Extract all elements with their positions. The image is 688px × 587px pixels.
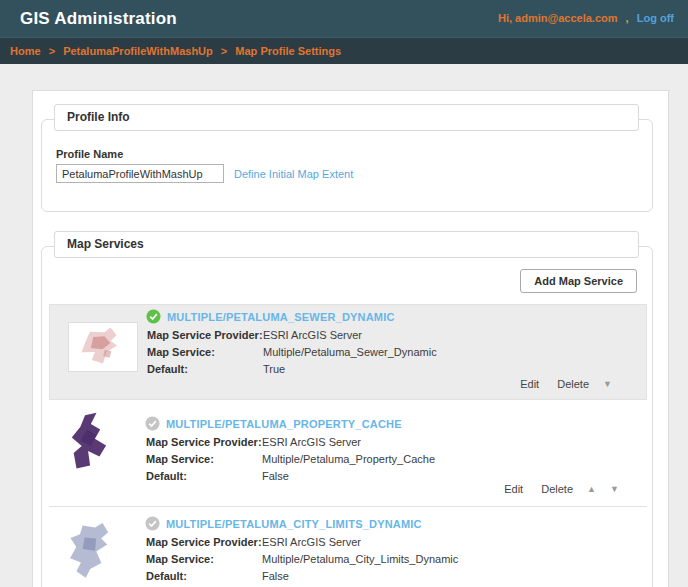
default-label: Default: (146, 468, 262, 485)
main-panel: Profile Info Profile Name Define Initial… (32, 90, 669, 587)
define-map-extent-link[interactable]: Define Initial Map Extent (234, 168, 353, 180)
map-service-details: Map Service Provider:ESRI ArcGIS Server … (147, 327, 437, 378)
map-service-row: MULTIPLE/PETALUMA_PROPERTY_CACHE Map Ser… (49, 401, 647, 507)
row-actions: Edit Delete ▲ ▼ (489, 483, 619, 495)
row-actions: Edit Delete ▼ (505, 378, 612, 390)
breadcrumb-home[interactable]: Home (10, 45, 41, 57)
default-value: False (262, 470, 289, 482)
service-value: Multiple/Petaluma_Property_Cache (262, 453, 435, 465)
header-user-area: Hi, admin@accela.com , Log off (498, 0, 674, 37)
default-value: False (262, 570, 289, 582)
user-greeting: Hi, admin@accela.com (498, 12, 618, 24)
delete-link[interactable]: Delete (557, 378, 589, 390)
breadcrumb-current: Map Profile Settings (235, 45, 341, 57)
move-up-icon[interactable]: ▲ (587, 484, 596, 494)
profile-name-input[interactable] (56, 164, 224, 183)
move-down-icon[interactable]: ▼ (603, 379, 612, 389)
map-service-details: Map Service Provider:ESRI ArcGIS Server … (146, 434, 435, 485)
provider-label: Map Service Provider: (146, 434, 262, 451)
profile-name-label: Profile Name (56, 148, 123, 160)
edit-link[interactable]: Edit (520, 378, 539, 390)
edit-link[interactable]: Edit (504, 483, 523, 495)
breadcrumb-separator: > (49, 45, 55, 57)
map-service-row: MULTIPLE/PETALUMA_CITY_LIMITS_DYNAMIC Ma… (49, 508, 647, 587)
app-header: GIS Administration Hi, admin@accela.com … (0, 0, 688, 37)
map-service-title-link[interactable]: MULTIPLE/PETALUMA_SEWER_DYNAMIC (167, 311, 395, 323)
breadcrumb-profile[interactable]: PetalumaProfileWithMashUp (63, 45, 213, 57)
default-label: Default: (146, 568, 262, 585)
default-check-icon (145, 416, 160, 431)
default-label: Default: (147, 361, 263, 378)
delete-link[interactable]: Delete (541, 483, 573, 495)
service-label: Map Service: (146, 451, 262, 468)
map-services-fieldset: Add Map Service MULTIPLE/P (41, 246, 653, 587)
default-check-icon (146, 309, 161, 324)
default-check-icon (145, 516, 160, 531)
header-separator: , (626, 12, 629, 24)
page-title: GIS Administration (20, 0, 177, 37)
map-thumbnail-graphic (74, 326, 132, 368)
provider-value: ESRI ArcGIS Server (263, 329, 362, 341)
service-value: Multiple/Petaluma_City_Limits_Dynamic (262, 553, 458, 565)
profile-info-section-header: Profile Info (54, 104, 639, 131)
service-label: Map Service: (146, 551, 262, 568)
map-thumbnail-graphic (65, 411, 127, 479)
map-thumbnail (68, 322, 138, 372)
map-thumbnail (65, 411, 127, 483)
map-service-row: MULTIPLE/PETALUMA_SEWER_DYNAMIC Map Serv… (49, 304, 647, 400)
gis-admin-page: GIS Administration Hi, admin@accela.com … (0, 0, 688, 587)
map-service-details: Map Service Provider:ESRI ArcGIS Server … (146, 534, 458, 585)
service-value: Multiple/Petaluma_Sewer_Dynamic (263, 346, 437, 358)
service-label: Map Service: (147, 344, 263, 361)
add-map-service-button[interactable]: Add Map Service (520, 269, 637, 293)
breadcrumb-separator: > (221, 45, 227, 57)
map-thumbnail-graphic (61, 520, 127, 580)
default-value: True (263, 363, 285, 375)
breadcrumb: Home > PetalumaProfileWithMashUp > Map P… (0, 37, 688, 64)
provider-label: Map Service Provider: (147, 327, 263, 344)
map-service-title-link[interactable]: MULTIPLE/PETALUMA_CITY_LIMITS_DYNAMIC (166, 518, 422, 530)
provider-label: Map Service Provider: (146, 534, 262, 551)
logoff-link[interactable]: Log off (637, 12, 674, 24)
map-thumbnail (61, 520, 127, 584)
map-service-title-link[interactable]: MULTIPLE/PETALUMA_PROPERTY_CACHE (166, 418, 402, 430)
provider-value: ESRI ArcGIS Server (262, 436, 361, 448)
map-services-section-header: Map Services (54, 231, 639, 258)
move-down-icon[interactable]: ▼ (610, 484, 619, 494)
provider-value: ESRI ArcGIS Server (262, 536, 361, 548)
